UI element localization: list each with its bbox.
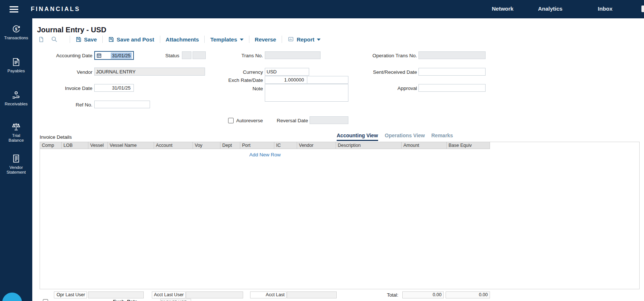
nav-network[interactable]: Network bbox=[492, 6, 513, 12]
invoice-details-title: Invoice Details bbox=[40, 134, 72, 140]
vendor-statement-icon bbox=[11, 154, 21, 163]
tab-remarks[interactable]: Remarks bbox=[431, 133, 453, 140]
report-button[interactable]: Report bbox=[288, 36, 321, 43]
opr-last-user-field[interactable] bbox=[88, 291, 144, 298]
reverse-label: Reverse bbox=[255, 36, 276, 43]
tab-accounting-view[interactable]: Accounting View bbox=[337, 133, 378, 141]
status-code-field[interactable] bbox=[182, 51, 191, 59]
approval-field[interactable] bbox=[418, 84, 486, 92]
invoice-date-label: Invoice Date bbox=[37, 84, 92, 92]
ref-no-field[interactable] bbox=[94, 101, 150, 108]
chevron-down-icon bbox=[317, 39, 321, 41]
app-title: FINANCIALS bbox=[31, 6, 80, 12]
new-document-icon bbox=[38, 36, 44, 43]
toolbar-divider bbox=[204, 36, 205, 43]
opr-last-user-label: Opr Last User bbox=[54, 291, 87, 298]
column-header-account[interactable]: Account bbox=[154, 142, 193, 149]
tab-operations-view[interactable]: Operations View bbox=[385, 133, 425, 140]
add-new-row-link[interactable]: Add New Row bbox=[40, 152, 490, 157]
save-icon bbox=[76, 36, 81, 42]
operation-trans-no-field[interactable] bbox=[418, 51, 486, 59]
trans-no-label: Trans No. bbox=[226, 52, 263, 59]
grid-header-row: Comp LOB Vessel Vessel Name Account Voy … bbox=[40, 142, 639, 149]
menu-icon[interactable] bbox=[10, 6, 18, 12]
sidebar-item-payables[interactable]: Payables bbox=[0, 57, 32, 73]
column-header-lob[interactable]: LOB bbox=[62, 142, 88, 149]
exch-rate-field[interactable] bbox=[265, 76, 307, 84]
report-label: Report bbox=[297, 36, 314, 43]
nav-analytics[interactable]: Analytics bbox=[538, 6, 563, 12]
note-field[interactable] bbox=[265, 84, 348, 102]
currency-label: Currency bbox=[226, 68, 263, 76]
sidebar-item-receivables[interactable]: Receivables bbox=[0, 90, 32, 106]
sent-received-date-label: Sent/Received Date bbox=[362, 68, 417, 76]
trial-balance-icon bbox=[11, 122, 21, 131]
total-amount-value: 0.00 bbox=[402, 291, 444, 298]
partial-row-label: Exch. Rate bbox=[113, 299, 137, 301]
payables-icon bbox=[11, 57, 21, 67]
column-header-port[interactable]: Port bbox=[240, 142, 274, 149]
sent-received-date-field[interactable] bbox=[418, 68, 486, 76]
nav-inbox[interactable]: Inbox bbox=[598, 6, 612, 12]
attachments-button[interactable]: Attachments bbox=[166, 36, 199, 43]
status-text-field[interactable] bbox=[193, 51, 206, 59]
total-label: Total: bbox=[362, 291, 398, 298]
sidebar-item-vendor-statement[interactable]: Vendor Statement bbox=[0, 154, 32, 175]
toolbar-divider bbox=[249, 36, 249, 43]
search-icon bbox=[51, 36, 58, 43]
sidebar-item-trial-balance[interactable]: Trial Balance bbox=[0, 122, 32, 143]
approval-label: Approval bbox=[362, 84, 417, 92]
column-header-vendor[interactable]: Vendor bbox=[297, 142, 336, 149]
transactions-icon: $ bbox=[11, 24, 21, 34]
vendor-field[interactable] bbox=[94, 68, 205, 76]
attachments-label: Attachments bbox=[166, 36, 199, 43]
toolbar-divider bbox=[160, 36, 160, 43]
accounting-date-field[interactable]: 31/01/25 bbox=[94, 51, 134, 60]
new-document-button[interactable] bbox=[38, 36, 44, 43]
column-header-dept[interactable]: Dept bbox=[220, 142, 240, 149]
calendar-icon[interactable] bbox=[96, 53, 102, 58]
reverse-button[interactable]: Reverse bbox=[255, 36, 276, 43]
status-label: Status bbox=[143, 52, 179, 59]
autoreverse-checkbox[interactable] bbox=[228, 118, 234, 123]
templates-button[interactable]: Templates bbox=[210, 36, 243, 43]
toolbar-divider bbox=[282, 36, 282, 43]
column-header-vessel-name[interactable]: Vessel Name bbox=[108, 142, 154, 149]
search-button[interactable] bbox=[51, 36, 58, 43]
column-header-description[interactable]: Description bbox=[336, 142, 402, 149]
report-icon bbox=[288, 36, 294, 42]
total-base-equiv-value: 0.00 bbox=[446, 291, 490, 298]
note-label: Note bbox=[226, 85, 263, 93]
reversal-date-label: Reversal Date bbox=[271, 117, 308, 124]
trans-no-field[interactable] bbox=[265, 51, 321, 59]
column-header-vessel[interactable]: Vessel bbox=[88, 142, 108, 149]
reversal-date-field[interactable] bbox=[310, 116, 348, 124]
save-and-post-label: Save and Post bbox=[117, 36, 154, 43]
operation-trans-no-label: Operation Trans No. bbox=[362, 52, 417, 59]
column-header-voy[interactable]: Voy bbox=[193, 142, 220, 149]
templates-label: Templates bbox=[210, 36, 237, 43]
acct-last-update-field[interactable] bbox=[287, 291, 337, 298]
column-header-ic[interactable]: IC bbox=[274, 142, 297, 149]
save-and-post-button[interactable]: Save and Post bbox=[108, 36, 154, 43]
autoreverse-label: Autoreverse bbox=[236, 117, 263, 124]
toolbar-divider bbox=[70, 36, 70, 43]
partial-icon bbox=[641, 6, 644, 12]
save-button[interactable]: Save bbox=[76, 36, 97, 43]
app-window: FINANCIALS Network Analytics Inbox $ Tra… bbox=[0, 0, 644, 301]
acct-last-user-field[interactable] bbox=[186, 291, 243, 298]
ref-no-label: Ref No. bbox=[37, 101, 92, 109]
sidebar-item-transactions[interactable]: $ Transactions bbox=[0, 24, 32, 40]
currency-field[interactable] bbox=[265, 68, 309, 76]
invoice-date-field[interactable] bbox=[94, 84, 134, 92]
column-header-comp[interactable]: Comp bbox=[40, 142, 62, 149]
exch-rate-date-field[interactable] bbox=[307, 76, 348, 84]
receivables-icon bbox=[11, 90, 21, 100]
accounting-date-label: Accounting Date bbox=[37, 52, 92, 59]
help-fab-button[interactable] bbox=[2, 293, 22, 301]
partial-row-checkbox[interactable] bbox=[43, 299, 48, 301]
column-header-amount[interactable]: Amount bbox=[402, 142, 447, 149]
column-header-base-equiv[interactable]: Base Equiv bbox=[447, 142, 490, 149]
acct-last-user-label: Acct Last User bbox=[152, 291, 186, 298]
vendor-label: Vendor bbox=[37, 68, 92, 76]
